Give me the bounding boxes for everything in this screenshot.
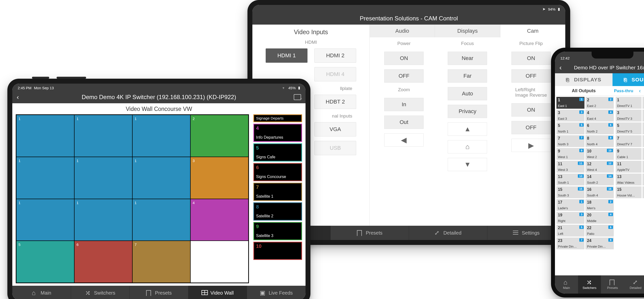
wall-cell[interactable]: 5: [16, 241, 74, 283]
wall-cell[interactable]: 1: [132, 157, 190, 199]
nav-detailed[interactable]: Detailed: [409, 226, 487, 240]
source-item[interactable]: 8Satellite 2: [253, 202, 302, 220]
usb-button[interactable]: USB: [314, 141, 356, 155]
tile-1[interactable]: 1East 11: [556, 97, 584, 109]
cam-button-on[interactable]: ON: [512, 103, 551, 116]
nav-presets[interactable]: Presets: [330, 226, 408, 240]
tile-13[interactable]: 13iMac Videos: [616, 174, 642, 186]
tile-20[interactable]: 20Middle4: [586, 212, 614, 224]
nav-presets[interactable]: Presets: [601, 276, 624, 294]
nav-main[interactable]: Main: [555, 276, 578, 294]
wall-cell[interactable]: 1: [74, 115, 132, 157]
wall-cell[interactable]: 4: [190, 199, 248, 241]
wall-cell[interactable]: 1: [74, 157, 132, 199]
wall-cell[interactable]: 1: [132, 199, 190, 241]
tile-18[interactable]: 18Men's2: [586, 199, 614, 211]
tile-9[interactable]: 9Cable 1: [616, 148, 642, 160]
arrow-button[interactable]: ▲: [448, 122, 487, 136]
seg-displays[interactable]: ⎘ DISPLAYS: [555, 73, 612, 86]
tab-displays[interactable]: Displays: [435, 24, 500, 38]
tile-21[interactable]: 21Left5: [556, 225, 584, 236]
cam-button-on[interactable]: ON: [384, 52, 424, 65]
wall-cell[interactable]: 1: [16, 157, 74, 199]
tile-5[interactable]: 5DirectTV 5: [616, 122, 642, 134]
cam-button-near[interactable]: Near: [448, 52, 487, 65]
tile-3[interactable]: 3DirectTV 3: [616, 110, 642, 122]
source-item[interactable]: 4Info Departures: [253, 124, 302, 142]
tile-8[interactable]: 8DirectTV 8: [642, 135, 644, 147]
tab-cam[interactable]: Cam: [500, 24, 565, 38]
wall-cell[interactable]: 1: [132, 115, 190, 157]
tile-5[interactable]: 5North 15: [556, 122, 584, 134]
wall-cell[interactable]: 6: [74, 241, 132, 283]
all-outputs-label[interactable]: All Outputs: [555, 86, 612, 96]
tile-2[interactable]: 2East 22: [586, 97, 614, 109]
nav-switchers[interactable]: Switchers: [578, 276, 601, 294]
wall-cell[interactable]: 1: [74, 199, 132, 241]
home-button[interactable]: ⌂: [448, 140, 487, 154]
arrow-button[interactable]: ◀: [384, 133, 424, 146]
source-item[interactable]: 9Satellite 3: [253, 222, 302, 240]
cam-button-off[interactable]: OFF: [512, 121, 551, 134]
arrow-button[interactable]: ▶: [512, 139, 551, 152]
tile-22[interactable]: 22Patio6: [586, 225, 614, 236]
wall-cell[interactable]: 1: [16, 115, 74, 157]
wall-cell[interactable]: 2: [190, 115, 248, 157]
tile-11[interactable]: 11West 311: [556, 161, 584, 172]
hdmi-2-button[interactable]: HDMI 2: [314, 48, 356, 63]
hdmi-4-button[interactable]: HDMI 4: [314, 67, 356, 82]
seg-sources[interactable]: ⎘ SOURCES: [612, 73, 644, 86]
tile-6[interactable]: 6DirectTV 6: [642, 122, 644, 134]
tile-10[interactable]: 10West 210: [586, 148, 614, 160]
tile-13[interactable]: 13South 113: [556, 174, 584, 186]
vga-button[interactable]: VGA: [314, 122, 356, 136]
tile-4[interactable]: 4DirectTV 4: [642, 110, 644, 122]
wall-cell[interactable]: 1: [16, 199, 74, 241]
tile-11[interactable]: 11AppleTV: [616, 161, 642, 172]
wall-cell[interactable]: [190, 241, 248, 283]
tile-10[interactable]: 10Cable 2: [642, 148, 644, 160]
arrow-button[interactable]: ▼: [448, 158, 487, 171]
nav-video-wall[interactable]: Video Wall: [188, 286, 247, 299]
cam-button-on[interactable]: ON: [512, 52, 551, 65]
tile-12[interactable]: 12West 412: [586, 161, 614, 172]
nav-detailed[interactable]: Detailed: [624, 276, 644, 294]
source-item[interactable]: 6Signs Concourse: [253, 163, 302, 181]
nav-main[interactable]: Main: [12, 286, 71, 299]
source-item[interactable]: Signage Departs: [253, 114, 302, 122]
source-item[interactable]: 10: [253, 242, 302, 260]
source-item[interactable]: 7Satellite 1: [253, 183, 302, 201]
hdbt-2-button[interactable]: HDBT 2: [314, 95, 356, 109]
tile-24[interactable]: 24Private Din…8: [586, 238, 614, 249]
cast-icon[interactable]: [294, 94, 301, 100]
tile-9[interactable]: 9West 19: [556, 148, 584, 160]
tile-15[interactable]: 15House Vid…: [616, 186, 642, 198]
tab-audio[interactable]: Audio: [370, 24, 435, 38]
back-button[interactable]: [17, 94, 19, 101]
wall-cell[interactable]: 7: [132, 241, 190, 283]
tile-7[interactable]: 7DirectTV 7: [616, 135, 642, 147]
cam-button-privacy[interactable]: Privacy: [448, 105, 487, 118]
tile-17[interactable]: 17Ladie's1: [556, 199, 584, 211]
cam-button-off[interactable]: OFF: [512, 69, 551, 82]
tile-19[interactable]: 19Right3: [556, 212, 584, 224]
nav-live-feeds[interactable]: Live Feeds: [247, 286, 306, 299]
tile-16[interactable]: 16South 416: [586, 186, 614, 198]
hdmi-1-button[interactable]: HDMI 1: [266, 48, 308, 63]
wall-cell[interactable]: 3: [190, 157, 248, 199]
tile-8[interactable]: 8North 48: [586, 135, 614, 147]
tile-2[interactable]: 2DirectTV 2: [642, 97, 644, 109]
tile-7[interactable]: 7North 37: [556, 135, 584, 147]
nav-switchers[interactable]: Switchers: [71, 286, 130, 299]
tile-1[interactable]: 1DirectTV 1: [616, 97, 642, 109]
tile-6[interactable]: 6North 26: [586, 122, 614, 134]
tile-4[interactable]: 4East 44: [586, 110, 614, 122]
tile-12[interactable]: 12ChromeCast: [642, 161, 644, 172]
pass-thru-button[interactable]: Pass-thru: [614, 88, 633, 94]
tile-14[interactable]: 14South 214: [586, 174, 614, 186]
cam-button-in[interactable]: In: [384, 98, 424, 111]
cam-button-off[interactable]: OFF: [384, 69, 424, 82]
tile-14[interactable]: 14Stage Cam: [642, 174, 644, 186]
tile-23[interactable]: 23Private Din…7: [556, 238, 584, 249]
cam-button-far[interactable]: Far: [448, 69, 487, 82]
